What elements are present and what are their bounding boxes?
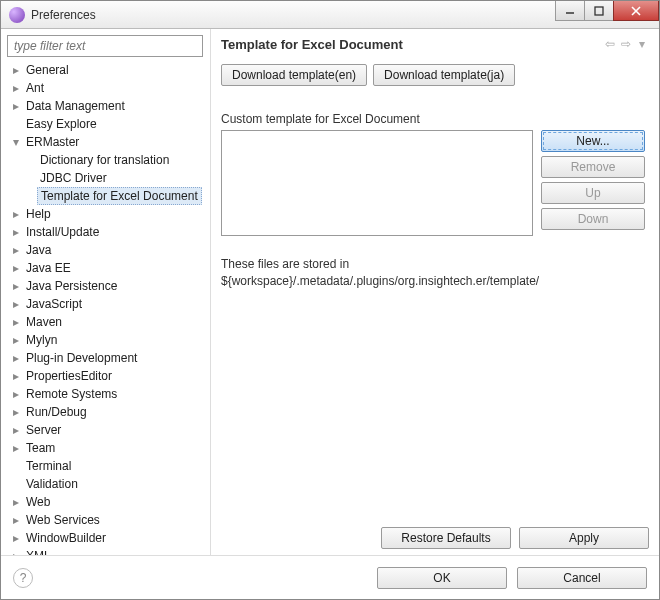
chevron-right-icon[interactable]: ▸ — [9, 513, 23, 527]
tree-item-label: Install/Update — [23, 224, 102, 240]
chevron-right-icon[interactable]: ▸ — [9, 207, 23, 221]
tree-item-run-debug[interactable]: ▸Run/Debug — [7, 403, 206, 421]
preferences-tree[interactable]: ▸General▸Ant▸Data Management▸Easy Explor… — [7, 61, 206, 555]
tree-item-label: PropertiesEditor — [23, 368, 115, 384]
tree-item-label: General — [23, 62, 72, 78]
close-button[interactable] — [613, 1, 659, 21]
chevron-right-icon[interactable]: ▸ — [9, 369, 23, 383]
tree-item-team[interactable]: ▸Team — [7, 439, 206, 457]
tree-item-propertieseditor[interactable]: ▸PropertiesEditor — [7, 367, 206, 385]
tree-item-remote-systems[interactable]: ▸Remote Systems — [7, 385, 206, 403]
chevron-right-icon[interactable]: ▸ — [9, 261, 23, 275]
tree-item-ermaster[interactable]: ▾ERMaster — [7, 133, 206, 151]
chevron-right-icon[interactable]: ▸ — [9, 531, 23, 545]
tree-item-java-ee[interactable]: ▸Java EE — [7, 259, 206, 277]
chevron-right-icon[interactable]: ▸ — [9, 243, 23, 257]
menu-icon[interactable]: ▾ — [635, 37, 649, 51]
tree-item-label: JDBC Driver — [37, 170, 110, 186]
tree-item-maven[interactable]: ▸Maven — [7, 313, 206, 331]
chevron-right-icon[interactable]: ▸ — [9, 279, 23, 293]
tree-item-template-for-excel-document[interactable]: ▸Template for Excel Document — [7, 187, 206, 205]
cancel-button[interactable]: Cancel — [517, 567, 647, 589]
chevron-right-icon[interactable]: ▸ — [9, 441, 23, 455]
tree-item-xml[interactable]: ▸XML — [7, 547, 206, 555]
tree-item-general[interactable]: ▸General — [7, 61, 206, 79]
tree-item-server[interactable]: ▸Server — [7, 421, 206, 439]
forward-icon[interactable]: ⇨ — [619, 37, 633, 51]
tree-item-label: Server — [23, 422, 64, 438]
chevron-right-icon[interactable]: ▸ — [9, 81, 23, 95]
tree-item-label: Java — [23, 242, 54, 258]
page-toolbar: ⇦ ⇨ ▾ — [603, 37, 649, 51]
tree-item-label: Terminal — [23, 458, 74, 474]
download-en-button[interactable]: Download template(en) — [221, 64, 367, 86]
tree-item-label: Template for Excel Document — [37, 187, 202, 205]
apply-button[interactable]: Apply — [519, 527, 649, 549]
tree-item-java[interactable]: ▸Java — [7, 241, 206, 259]
tree-item-javascript[interactable]: ▸JavaScript — [7, 295, 206, 313]
tree-item-label: ERMaster — [23, 134, 82, 150]
tree-item-label: JavaScript — [23, 296, 85, 312]
tree-item-jdbc-driver[interactable]: ▸JDBC Driver — [7, 169, 206, 187]
restore-defaults-button[interactable]: Restore Defaults — [381, 527, 511, 549]
tree-item-plug-in-development[interactable]: ▸Plug-in Development — [7, 349, 206, 367]
window-title: Preferences — [31, 8, 556, 22]
up-button[interactable]: Up — [541, 182, 645, 204]
tree-item-windowbuilder[interactable]: ▸WindowBuilder — [7, 529, 206, 547]
tree-item-label: Plug-in Development — [23, 350, 140, 366]
tree-item-dictionary-for-translation[interactable]: ▸Dictionary for translation — [7, 151, 206, 169]
tree-item-ant[interactable]: ▸Ant — [7, 79, 206, 97]
note-line-1: These files are stored in — [221, 256, 649, 273]
tree-item-label: Run/Debug — [23, 404, 90, 420]
chevron-right-icon[interactable]: ▸ — [9, 297, 23, 311]
chevron-right-icon[interactable]: ▸ — [9, 387, 23, 401]
note-line-2: ${workspace}/.metadata/.plugins/org.insi… — [221, 273, 649, 290]
tree-item-label: Maven — [23, 314, 65, 330]
download-ja-button[interactable]: Download template(ja) — [373, 64, 515, 86]
tree-item-label: Help — [23, 206, 54, 222]
dialog-footer: ? OK Cancel — [1, 555, 659, 599]
down-button[interactable]: Down — [541, 208, 645, 230]
tree-item-validation[interactable]: ▸Validation — [7, 475, 206, 493]
chevron-right-icon[interactable]: ▸ — [9, 495, 23, 509]
tree-item-web[interactable]: ▸Web — [7, 493, 206, 511]
chevron-down-icon[interactable]: ▾ — [9, 135, 23, 149]
new-button[interactable]: New... — [541, 130, 645, 152]
chevron-right-icon[interactable]: ▸ — [9, 351, 23, 365]
help-icon[interactable]: ? — [13, 568, 33, 588]
maximize-button[interactable] — [584, 1, 614, 21]
chevron-right-icon[interactable]: ▸ — [9, 315, 23, 329]
chevron-right-icon[interactable]: ▸ — [9, 333, 23, 347]
tree-item-mylyn[interactable]: ▸Mylyn — [7, 331, 206, 349]
tree-item-label: Dictionary for translation — [37, 152, 172, 168]
tree-item-label: WindowBuilder — [23, 530, 109, 546]
tree-item-label: Data Management — [23, 98, 128, 114]
tree-item-label: XML — [23, 548, 54, 555]
tree-item-label: Validation — [23, 476, 81, 492]
ok-button[interactable]: OK — [377, 567, 507, 589]
window-controls — [556, 1, 659, 28]
back-icon[interactable]: ⇦ — [603, 37, 617, 51]
tree-item-label: Java Persistence — [23, 278, 120, 294]
tree-item-label: Ant — [23, 80, 47, 96]
tree-item-label: Mylyn — [23, 332, 60, 348]
template-list[interactable] — [221, 130, 533, 236]
tree-item-help[interactable]: ▸Help — [7, 205, 206, 223]
remove-button[interactable]: Remove — [541, 156, 645, 178]
filter-input[interactable] — [7, 35, 203, 57]
chevron-right-icon[interactable]: ▸ — [9, 549, 23, 555]
chevron-right-icon[interactable]: ▸ — [9, 63, 23, 77]
minimize-button[interactable] — [555, 1, 585, 21]
tree-item-data-management[interactable]: ▸Data Management — [7, 97, 206, 115]
tree-item-install-update[interactable]: ▸Install/Update — [7, 223, 206, 241]
svg-rect-1 — [595, 7, 603, 15]
tree-item-terminal[interactable]: ▸Terminal — [7, 457, 206, 475]
tree-item-java-persistence[interactable]: ▸Java Persistence — [7, 277, 206, 295]
titlebar: Preferences — [1, 1, 659, 29]
chevron-right-icon[interactable]: ▸ — [9, 99, 23, 113]
chevron-right-icon[interactable]: ▸ — [9, 423, 23, 437]
chevron-right-icon[interactable]: ▸ — [9, 225, 23, 239]
tree-item-web-services[interactable]: ▸Web Services — [7, 511, 206, 529]
chevron-right-icon[interactable]: ▸ — [9, 405, 23, 419]
tree-item-easy-explore[interactable]: ▸Easy Explore — [7, 115, 206, 133]
